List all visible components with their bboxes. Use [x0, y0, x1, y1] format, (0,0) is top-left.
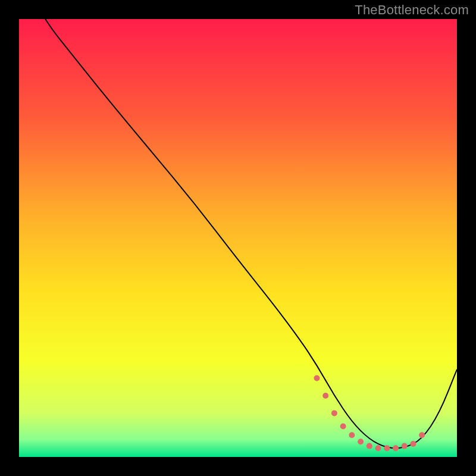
optimal-point [358, 439, 364, 444]
optimal-point [384, 445, 390, 451]
chart-stage: TheBottleneck.com [0, 0, 476, 476]
optimal-point [331, 410, 337, 416]
optimal-point [314, 375, 320, 381]
optimal-point [410, 441, 416, 447]
optimal-point [419, 432, 425, 438]
optimal-point [349, 432, 355, 438]
chart-background [19, 19, 457, 457]
optimal-point [322, 393, 328, 399]
optimal-point [367, 443, 372, 449]
optimal-point [340, 423, 346, 429]
optimal-point [393, 445, 399, 451]
optimal-point [375, 445, 381, 451]
optimal-point [402, 443, 408, 449]
watermark-text: TheBottleneck.com [355, 2, 469, 18]
chart-svg [19, 19, 457, 457]
chart-plot [19, 19, 457, 457]
